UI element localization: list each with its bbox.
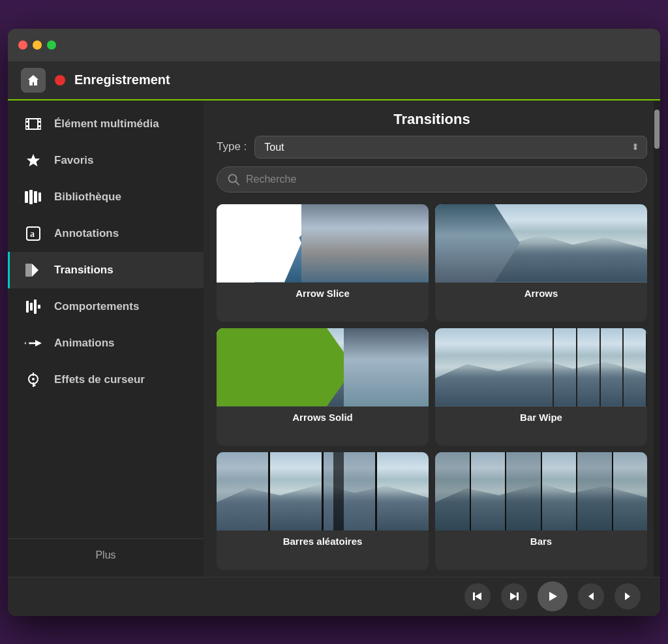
search-icon (228, 174, 239, 185)
svg-point-23 (29, 342, 31, 344)
sidebar-label-transitions: Transitions (54, 264, 114, 277)
svg-marker-31 (475, 592, 481, 600)
home-button[interactable] (21, 68, 46, 93)
sidebar-label-comportements: Comportements (54, 300, 139, 313)
app-window: Enregistrement Élément multimédia (8, 29, 660, 616)
svg-rect-8 (25, 191, 28, 203)
svg-marker-7 (27, 154, 40, 166)
type-row: Type : Tout Basique Avancé 3D ⬍ (204, 136, 660, 166)
svg-rect-14 (25, 264, 32, 277)
svg-rect-0 (25, 119, 41, 129)
close-button[interactable] (18, 40, 27, 50)
svg-rect-19 (38, 305, 40, 309)
svg-marker-36 (588, 592, 594, 600)
star-icon (24, 151, 42, 170)
sidebar-item-favoris[interactable]: Favoris (8, 142, 204, 179)
bar-wipe-lines (530, 328, 647, 406)
sidebar-label-animations: Animations (54, 337, 115, 350)
search-input[interactable] (246, 174, 636, 185)
svg-marker-35 (549, 592, 557, 601)
transition-item-barres-aleatoires[interactable]: Barres aléatoires (217, 452, 429, 570)
right-panel: Transitions Type : Tout Basique Avancé 3… (204, 100, 660, 577)
transition-label-bars: Bars (435, 530, 647, 552)
sidebar: Élément multimédia Favoris (8, 100, 204, 577)
transition-label-bar-wipe: Bar Wipe (435, 406, 647, 428)
maximize-button[interactable] (47, 40, 56, 50)
minimize-button[interactable] (33, 40, 42, 50)
annotation-icon: a (24, 224, 42, 243)
behavior-icon (24, 298, 42, 316)
type-label: Type : (217, 140, 247, 153)
sidebar-item-animations[interactable]: Animations (8, 325, 204, 361)
bars-overlay (435, 452, 647, 530)
transition-thumb-arrows-solid (217, 328, 429, 406)
film-icon (24, 115, 42, 133)
more-button[interactable]: Plus (8, 538, 204, 572)
sidebar-item-comportements[interactable]: Comportements (8, 288, 204, 325)
sidebar-label-favoris: Favoris (54, 154, 93, 167)
transition-item-bar-wipe[interactable]: Bar Wipe (435, 328, 647, 446)
traffic-lights (18, 40, 56, 50)
svg-rect-6 (38, 125, 40, 127)
player-bar (8, 577, 660, 616)
svg-marker-37 (625, 592, 630, 600)
svg-point-25 (32, 378, 35, 380)
header-title: Enregistrement (74, 72, 170, 87)
panel-title: Transitions (204, 100, 660, 136)
svg-line-30 (235, 181, 239, 185)
svg-marker-33 (510, 592, 517, 600)
svg-rect-4 (26, 125, 28, 127)
transition-item-arrow-slice[interactable]: Arrow Slice (217, 204, 429, 322)
svg-rect-11 (38, 192, 41, 202)
svg-rect-9 (29, 190, 33, 204)
transition-icon (24, 261, 42, 279)
transition-label-barres-aleatoires: Barres aléatoires (217, 530, 429, 552)
sidebar-item-annotations[interactable]: a Annotations (8, 215, 204, 252)
transition-label-arrows: Arrows (435, 283, 647, 304)
scroll-thumb[interactable] (654, 110, 660, 149)
transition-thumb-barres (217, 452, 429, 530)
transition-thumb-arrow-slice (217, 204, 429, 283)
svg-rect-32 (473, 592, 475, 600)
prev-button[interactable] (578, 583, 604, 609)
transition-item-arrows-solid[interactable]: Arrows Solid (217, 328, 429, 446)
sidebar-item-effets[interactable]: Effets de curseur (8, 361, 204, 398)
sidebar-label-media: Élément multimédia (54, 117, 159, 130)
record-indicator (55, 75, 65, 85)
books-icon (24, 188, 42, 206)
step-back-button[interactable] (464, 583, 491, 609)
svg-rect-10 (34, 191, 37, 203)
svg-rect-18 (34, 299, 37, 314)
sidebar-item-transitions[interactable]: Transitions (8, 252, 204, 288)
header-bar: Enregistrement (8, 61, 660, 100)
sidebar-item-bibliotheque[interactable]: Bibliothèque (8, 179, 204, 215)
svg-rect-16 (26, 301, 29, 313)
svg-rect-17 (30, 303, 33, 311)
sidebar-label-bibliotheque: Bibliothèque (54, 191, 121, 204)
next-button[interactable] (615, 583, 641, 609)
transition-label-arrows-solid: Arrows Solid (217, 406, 429, 428)
search-row (204, 166, 660, 202)
svg-marker-21 (35, 340, 42, 346)
transition-thumb-arrows (435, 204, 647, 283)
main-content: Élément multimédia Favoris (8, 100, 660, 577)
svg-rect-5 (38, 121, 40, 123)
play-button[interactable] (538, 581, 568, 611)
type-select-wrapper[interactable]: Tout Basique Avancé 3D ⬍ (254, 136, 647, 159)
transition-item-arrows[interactable]: Arrows (435, 204, 647, 322)
scroll-track[interactable] (654, 100, 660, 577)
sidebar-item-media[interactable]: Élément multimédia (8, 106, 204, 142)
transition-thumb-bars (435, 452, 647, 530)
transition-item-bars[interactable]: Bars (435, 452, 647, 570)
svg-rect-3 (26, 121, 28, 123)
animation-icon (24, 334, 42, 352)
transition-label-arrow-slice: Arrow Slice (217, 283, 429, 304)
title-bar (8, 29, 660, 61)
svg-marker-15 (32, 264, 38, 277)
transitions-grid: Arrow Slice Arrows Arrows So (204, 202, 660, 577)
type-select[interactable]: Tout Basique Avancé 3D (254, 136, 647, 159)
search-box (217, 166, 647, 192)
step-forward-button[interactable] (501, 583, 527, 609)
transition-thumb-bar-wipe (435, 328, 647, 406)
svg-point-22 (26, 341, 29, 345)
